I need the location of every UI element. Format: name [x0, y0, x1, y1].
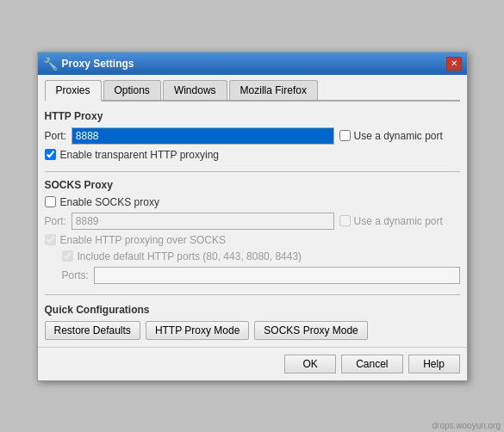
- http-transparent-row: Enable transparent HTTP proxying: [45, 149, 460, 161]
- quick-config-section: Quick Configurations Restore Defaults HT…: [45, 304, 460, 340]
- help-button[interactable]: Help: [408, 355, 460, 373]
- footer-bar: OK Cancel Help: [38, 347, 467, 380]
- section-divider-1: [45, 171, 460, 172]
- http-proxy-label: HTTP Proxy: [45, 110, 460, 122]
- socks-enable-checkbox[interactable]: [45, 196, 56, 207]
- http-dynamic-port-group: Use a dynamic port: [339, 130, 460, 142]
- tab-mozilla-firefox[interactable]: Mozilla Firefox: [229, 80, 318, 100]
- cancel-button[interactable]: Cancel: [341, 355, 402, 373]
- main-content: Proxies Options Windows Mozilla Firefox …: [38, 75, 467, 347]
- http-port-row: Port: Use a dynamic port: [45, 127, 460, 145]
- http-proxy-mode-button[interactable]: HTTP Proxy Mode: [146, 321, 249, 340]
- socks-include-ports-label: Include default HTTP ports (80, 443, 808…: [78, 250, 302, 262]
- socks-http-over-socks-label: Enable HTTP proxying over SOCKS: [60, 234, 227, 246]
- socks-ports-input[interactable]: [94, 267, 460, 284]
- http-port-input[interactable]: [72, 127, 334, 145]
- close-button[interactable]: ✕: [446, 57, 462, 71]
- socks-include-ports-row: Include default HTTP ports (80, 443, 808…: [62, 250, 460, 262]
- socks-include-ports-checkbox[interactable]: [62, 250, 73, 262]
- socks-dynamic-port-checkbox[interactable]: [339, 215, 351, 226]
- socks-proxy-label: SOCKS Proxy: [45, 179, 460, 191]
- socks-dynamic-port-label: Use a dynamic port: [354, 215, 443, 227]
- tab-proxies[interactable]: Proxies: [45, 80, 102, 102]
- http-proxy-section: HTTP Proxy Port: Use a dynamic port Enab…: [45, 110, 460, 161]
- socks-proxy-mode-button[interactable]: SOCKS Proxy Mode: [254, 321, 367, 340]
- http-dynamic-port-label: Use a dynamic port: [354, 130, 443, 142]
- tab-windows[interactable]: Windows: [163, 80, 227, 100]
- socks-enable-label: Enable SOCKS proxy: [60, 196, 159, 208]
- socks-ports-custom-row: Ports:: [62, 267, 460, 284]
- socks-ports-label: Ports:: [62, 269, 89, 281]
- tab-options[interactable]: Options: [103, 80, 161, 100]
- socks-port-input[interactable]: [72, 213, 334, 230]
- socks-enable-row: Enable SOCKS proxy: [45, 196, 460, 208]
- title-bar-buttons: ✕: [446, 57, 462, 71]
- watermark: drops.wooyun.org: [432, 421, 501, 430]
- ok-button[interactable]: OK: [284, 355, 336, 373]
- http-port-label: Port:: [45, 130, 66, 142]
- window-icon: 🔧: [43, 57, 57, 71]
- window-title: Proxy Settings: [62, 58, 134, 70]
- socks-port-row: Port: Use a dynamic port: [45, 213, 460, 230]
- restore-defaults-button[interactable]: Restore Defaults: [45, 321, 140, 340]
- proxy-settings-window: 🔧 Proxy Settings ✕ Proxies Options Windo…: [37, 52, 468, 381]
- tab-bar: Proxies Options Windows Mozilla Firefox: [45, 80, 460, 102]
- socks-http-over-socks-checkbox[interactable]: [45, 234, 56, 245]
- title-bar: 🔧 Proxy Settings ✕: [38, 52, 467, 75]
- http-dynamic-port-checkbox[interactable]: [339, 130, 351, 141]
- socks-port-label: Port:: [45, 215, 66, 227]
- quick-config-buttons: Restore Defaults HTTP Proxy Mode SOCKS P…: [45, 321, 460, 340]
- socks-dynamic-port-group: Use a dynamic port: [339, 215, 460, 227]
- section-divider-2: [45, 294, 460, 295]
- http-transparent-label: Enable transparent HTTP proxying: [60, 149, 220, 161]
- socks-proxy-section: SOCKS Proxy Enable SOCKS proxy Port: Use…: [45, 179, 460, 284]
- http-transparent-checkbox[interactable]: [45, 149, 56, 160]
- title-bar-left: 🔧 Proxy Settings: [43, 57, 134, 71]
- socks-http-over-socks-row: Enable HTTP proxying over SOCKS: [45, 234, 460, 246]
- quick-config-label: Quick Configurations: [45, 304, 460, 316]
